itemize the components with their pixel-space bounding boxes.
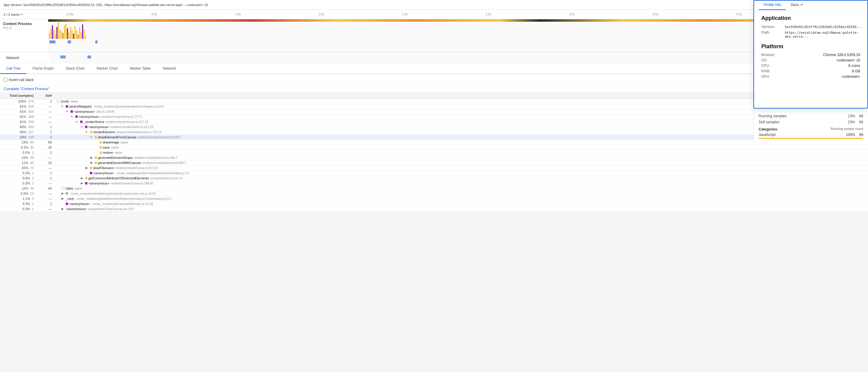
- tab-marker-table[interactable]: Marker Table: [124, 64, 157, 74]
- table-row[interactable]: 34%1282▾drawElementFromCanvasrenderer/re…: [0, 135, 868, 140]
- function-name: _next: [66, 197, 74, 200]
- table-row[interactable]: 81%308—▾sentryWrapped../node_modules/@se…: [0, 104, 868, 109]
- function-name: generateElementShape: [98, 156, 133, 159]
- table-row[interactable]: 0.3%1—▶<anonymous>components/ClearCanvas…: [0, 207, 868, 212]
- invert-call-stack-label[interactable]: Invert call stack: [4, 78, 34, 82]
- table-row[interactable]: 100%3792(root)native: [0, 99, 868, 104]
- tab-marker-chart[interactable]: Marker Chart: [91, 64, 124, 74]
- path-label: Path: [761, 30, 782, 35]
- function-color-dot: [90, 131, 92, 133]
- running-samples-label: Running samples: [758, 114, 786, 118]
- function-color-dot: [70, 110, 73, 113]
- table-row[interactable]: 81%308—▾<anonymous>utils.ts:138:44: [0, 109, 868, 114]
- top-bar: App Version: 5ec939e92c015ff8c2203d81c63…: [0, 0, 868, 10]
- function-name: getCommonAttributeOfSelectedElements: [88, 176, 149, 180]
- right-panel: Running samples 23% 89 Self samples 23% …: [753, 108, 868, 143]
- table-row[interactable]: 1.1%4—▶_next../node_modules/@babel/runti…: [0, 196, 868, 202]
- function-name: _renderScene: [84, 120, 104, 124]
- expand-btn[interactable]: ▶: [61, 207, 65, 211]
- profile-panel: Profile Info Docs ↗ Application Version …: [753, 0, 868, 108]
- tab-bar: Call Tree Flame Graph Stack Chart Marker…: [0, 63, 868, 74]
- browser-value: Chrome 108.0.5359.29: [813, 53, 860, 57]
- function-name: <anonymous>: [88, 182, 110, 185]
- network-label: Network: [3, 53, 51, 63]
- row-checkbox[interactable]: [61, 187, 64, 190]
- tab-flame-graph[interactable]: Flame Graph: [27, 64, 60, 74]
- tab-network[interactable]: Network: [157, 64, 182, 74]
- expand-btn[interactable]: ▶: [81, 182, 84, 185]
- function-color-dot: [90, 167, 92, 169]
- function-color-dot: [90, 172, 92, 174]
- function-file: utils.ts:138:44: [96, 110, 115, 113]
- function-color-dot: [85, 126, 87, 128]
- col-self: Self: [36, 93, 54, 99]
- top-bar-left: App Version: 5ec939e92c015ff8c2203d81c63…: [4, 3, 208, 7]
- collapse-btn[interactable]: ▾: [86, 130, 89, 134]
- table-row[interactable]: 5.0%19—▶R../node_modules/scheduler/cjs/s…: [0, 191, 868, 196]
- network-bar-2: [87, 56, 91, 59]
- breadcrumb-text: Complete "Content Process": [4, 87, 50, 91]
- version-row: Version 5ec939e92c015ff8c2203d81c6356ec4…: [761, 24, 860, 29]
- table-row[interactable]: 81%308—▾_renderScenerenderer/renderScene…: [0, 119, 868, 124]
- table-row[interactable]: 9.2%3535savenative: [0, 145, 868, 150]
- function-name: <anonymous>: [69, 202, 90, 206]
- cpu-chart: [48, 22, 868, 39]
- call-tree-table: Total (samples) Self 100%3792(root)nativ…: [0, 93, 868, 212]
- content-process-label: Content Process PID: 0: [0, 19, 48, 52]
- table-row[interactable]: 0.3%11<anonymous>../node_modules/idb-key…: [0, 202, 868, 207]
- col-total: Total (samples): [0, 93, 36, 99]
- function-file: native: [70, 100, 78, 103]
- gpu-label: GPU: [761, 74, 808, 79]
- expand-btn[interactable]: ▶: [81, 176, 84, 180]
- function-name: drawImage: [103, 141, 119, 144]
- function-name: slowFibonacci: [93, 166, 114, 170]
- row-checkbox[interactable]: [57, 100, 60, 103]
- tab-call-tree[interactable]: Call Tree: [0, 64, 27, 74]
- tab-stack-chart[interactable]: Stack Chart: [60, 64, 91, 74]
- table-row[interactable]: 0.3%11<anonymous>../node_modules/perfect…: [0, 170, 868, 176]
- function-color-dot: [99, 141, 102, 144]
- function-name: <anonymous>: [93, 171, 114, 175]
- table-row[interactable]: 20%75—▶slowFibonaccirenderer/renderScene…: [0, 165, 868, 170]
- panel-tab-profile-info[interactable]: Profile Info: [759, 0, 786, 10]
- expand-btn[interactable]: ▶: [90, 156, 94, 159]
- self-samples-value: 23% 89: [848, 120, 863, 124]
- function-color-dot: [95, 136, 97, 138]
- panel-content: Application Version 5ec939e92c015ff8c220…: [761, 15, 860, 79]
- call-tree-body: 100%3792(root)native81%308—▾sentryWrappe…: [0, 99, 868, 212]
- collapse-btn[interactable]: ▾: [66, 110, 70, 113]
- table-row[interactable]: 11%4015▶generateElementWithCanvasrendere…: [0, 160, 868, 165]
- table-row[interactable]: 12%4444(idle)native: [0, 186, 868, 191]
- timeline-tracks[interactable]: [48, 19, 868, 52]
- table-row[interactable]: 15%58—▶generateElementShaperenderer/rend…: [0, 155, 868, 160]
- collapse-btn[interactable]: ▾: [61, 104, 65, 108]
- expand-btn[interactable]: ▶: [61, 192, 65, 195]
- table-row[interactable]: 23%8989drawImagenative: [0, 140, 868, 145]
- function-name: <anonymous>: [66, 207, 87, 211]
- function-name: restore: [103, 151, 113, 154]
- collapse-btn[interactable]: ▾: [90, 135, 94, 139]
- table-row[interactable]: 0.5%22restorenative: [0, 150, 868, 155]
- invert-call-stack-checkbox[interactable]: [4, 78, 7, 82]
- self-samples-row: Self samples 23% 89: [758, 120, 863, 124]
- table-row[interactable]: 80%3041▾<anonymous>renderer/renderScene.…: [0, 124, 868, 130]
- version-value: 5ec939e92c015ff8c2203d81c6356ec45565...: [785, 25, 863, 29]
- breadcrumb-row[interactable]: Complete "Content Process": [0, 86, 868, 93]
- function-name: save: [103, 146, 110, 149]
- function-file: native: [114, 151, 122, 154]
- table-scroll[interactable]: Total (samples) Self 100%3792(root)nativ…: [0, 93, 868, 212]
- collapse-btn[interactable]: ▾: [81, 125, 84, 129]
- panel-tab-docs[interactable]: Docs ↗: [786, 0, 808, 10]
- collapse-btn[interactable]: ▾: [76, 120, 80, 124]
- function-name: <anonymous>: [79, 115, 100, 119]
- expand-btn[interactable]: ▶: [61, 197, 65, 200]
- cpu-label: CPU: [761, 64, 808, 68]
- function-file: renderer/renderScene.ts:317:14: [105, 120, 148, 124]
- expand-btn[interactable]: ▶: [90, 161, 94, 164]
- expand-btn[interactable]: ▶: [86, 166, 89, 170]
- collapse-btn[interactable]: ▾: [71, 115, 75, 119]
- table-row[interactable]: 60%2271▾renderElementrenderer/renderElem…: [0, 130, 868, 135]
- table-row[interactable]: 0.8%31▶getCommonAttributeOfSelectedEleme…: [0, 176, 868, 181]
- table-row[interactable]: 0.3%1—▶<anonymous>renderer/renderScene.t…: [0, 181, 868, 186]
- table-row[interactable]: 81%308—▾<anonymous>renderer/renderScene.…: [0, 114, 868, 119]
